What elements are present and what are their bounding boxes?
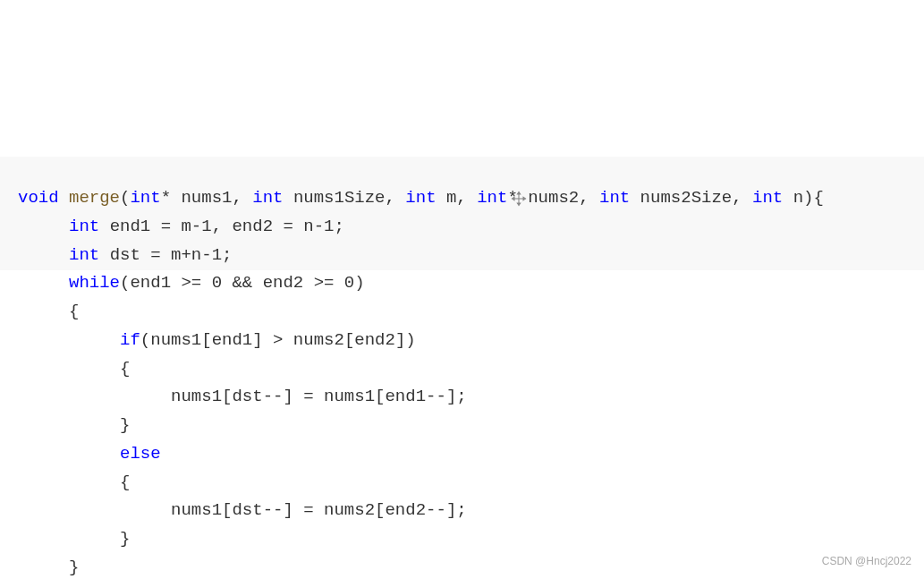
code-token: } — [69, 558, 79, 577]
keyword-token: int — [69, 217, 99, 236]
code-line[interactable]: nums1[dst--] = nums2[end2--]; — [18, 497, 906, 525]
code-token: end1 = m-1, end2 = n-1; — [99, 217, 344, 236]
code-token: { — [69, 302, 79, 321]
keyword-token: else — [120, 444, 161, 464]
code-token: ( — [120, 188, 130, 208]
keyword-token: int — [599, 188, 630, 208]
code-token: nums1[dst--] = nums2[end2--]; — [171, 500, 467, 520]
keyword-token: while — [69, 273, 120, 293]
code-token: } — [120, 415, 130, 435]
code-token: n){ — [783, 188, 824, 208]
code-token: } — [120, 529, 130, 549]
code-token: { — [120, 473, 130, 492]
code-token: nums2Size, — [630, 188, 752, 208]
code-token: (end1 >= 0 && end2 >= 0) — [120, 273, 365, 293]
move-cursor-icon — [510, 190, 528, 208]
code-token: dst = m+n-1; — [99, 245, 232, 265]
keyword-token: if — [120, 330, 140, 350]
code-line[interactable]: int end1 = m-1, end2 = n-1; — [18, 213, 906, 242]
code-token: (nums1[end1] > nums2[end2]) — [140, 330, 416, 350]
function-token: merge — [69, 188, 120, 208]
code-line[interactable]: else — [18, 440, 906, 469]
keyword-token: int — [752, 188, 783, 208]
keyword-token: int — [252, 188, 283, 208]
keyword-token: int — [130, 188, 160, 208]
keyword-token: int — [69, 245, 99, 265]
code-line[interactable]: } — [18, 554, 906, 579]
code-line[interactable]: if(nums1[end1] > nums2[end2]) — [18, 327, 906, 355]
code-token: nums1Size, — [284, 188, 406, 208]
keyword-token: int — [477, 188, 507, 208]
code-line[interactable]: nums1[dst--] = nums1[end1--]; — [18, 383, 906, 412]
code-line[interactable]: while(end1 >= 0 && end2 >= 0) — [18, 269, 906, 298]
code-token: * nums1, — [161, 188, 253, 208]
keyword-token: int — [405, 188, 436, 208]
code-editor[interactable]: void merge(int* nums1, int nums1Size, in… — [18, 184, 906, 579]
code-line[interactable]: { — [18, 298, 906, 327]
code-token: nums1[dst--] = nums1[end1--]; — [171, 387, 467, 406]
code-line[interactable]: int dst = m+n-1; — [18, 242, 906, 270]
code-line[interactable]: } — [18, 525, 906, 554]
code-token: m, — [437, 188, 478, 208]
code-line[interactable]: } — [18, 412, 906, 440]
code-line[interactable]: void merge(int* nums1, int nums1Size, in… — [18, 184, 906, 213]
watermark-text: CSDN @Hncj2022 — [822, 552, 911, 570]
code-line[interactable]: { — [18, 355, 906, 384]
keyword-token: void — [18, 188, 69, 208]
code-token: { — [120, 359, 130, 379]
code-line[interactable]: { — [18, 469, 906, 498]
